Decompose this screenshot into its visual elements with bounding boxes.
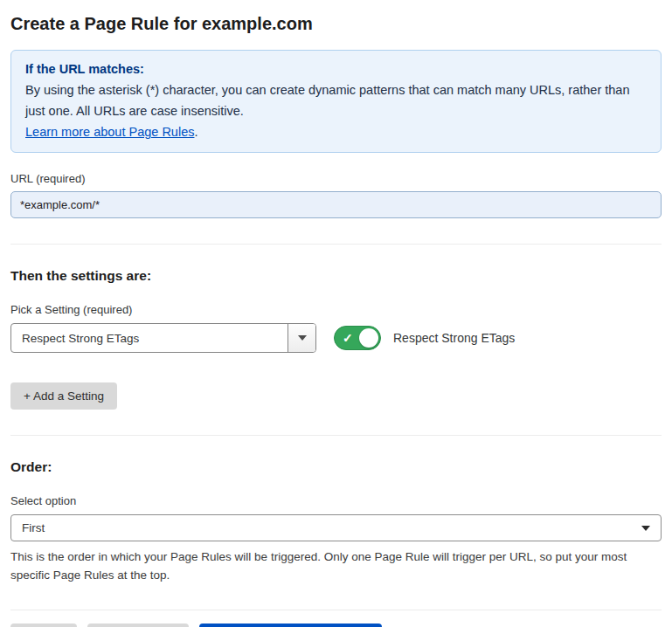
divider (10, 610, 662, 610)
order-select-value: First (22, 521, 641, 534)
url-match-info-box: If the URL matches: By using the asteris… (10, 50, 662, 153)
check-icon: ✓ (343, 330, 353, 346)
chevron-down-icon[interactable] (288, 324, 315, 352)
setting-select[interactable]: Respect Strong ETags (10, 323, 316, 353)
learn-more-link[interactable]: Learn more about Page Rules (25, 125, 194, 139)
info-box-body: By using the asterisk (*) character, you… (25, 79, 647, 121)
setting-picker-label: Pick a Setting (required) (10, 303, 662, 316)
order-help-text: This is the order in which your Page Rul… (10, 548, 662, 584)
save-draft-button[interactable]: Save as Draft (87, 624, 189, 627)
info-box-heading: If the URL matches: (25, 59, 647, 79)
footer-actions: Cancel Save as Draft Save and Deploy Pag… (10, 624, 662, 627)
respect-strong-etags-toggle[interactable]: ✓ (334, 326, 381, 350)
toggle-knob[interactable] (359, 328, 378, 348)
page-rule-form: Create a Page Rule for example.com If th… (0, 0, 672, 627)
url-input[interactable] (10, 191, 662, 218)
setting-select-value: Respect Strong ETags (11, 332, 288, 345)
chevron-down-icon (641, 526, 650, 531)
page-title: Create a Page Rule for example.com (10, 14, 662, 34)
link-period: . (194, 125, 197, 139)
order-select[interactable]: First (10, 514, 662, 541)
settings-section-heading: Then the settings are: (10, 268, 662, 284)
add-setting-button[interactable]: + Add a Setting (10, 382, 117, 410)
caret-glyph (298, 335, 307, 341)
url-field-label: URL (required) (10, 172, 662, 185)
order-select-label: Select option (10, 494, 662, 507)
divider (10, 435, 662, 436)
save-deploy-button[interactable]: Save and Deploy Page Rule (199, 624, 383, 627)
cancel-button[interactable]: Cancel (10, 624, 77, 627)
setting-row: Respect Strong ETags ✓ Respect Strong ET… (10, 323, 662, 353)
info-box-link-line: Learn more about Page Rules. (25, 121, 647, 142)
divider (10, 244, 662, 245)
toggle-label: Respect Strong ETags (393, 331, 515, 345)
order-section-heading: Order: (10, 459, 662, 475)
